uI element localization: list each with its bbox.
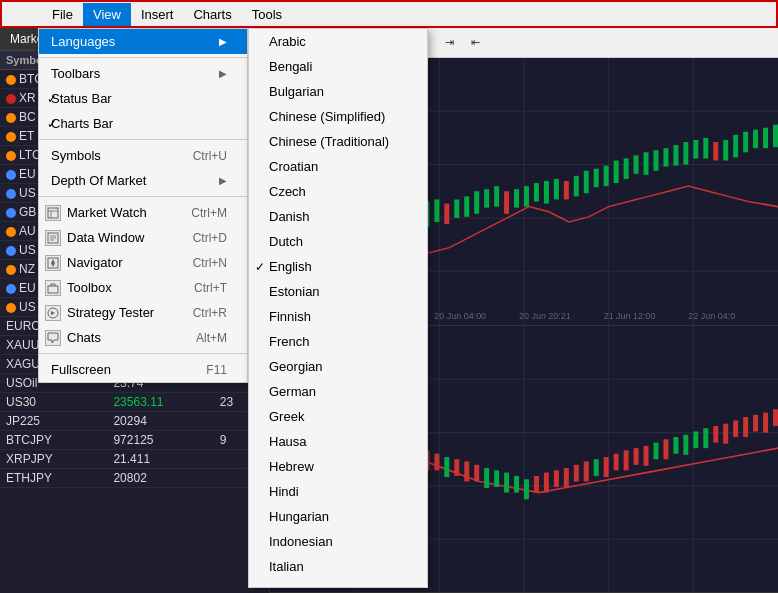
submenu-arrow: ▶ — [219, 36, 227, 47]
menu-file[interactable]: File — [42, 3, 83, 26]
market-symbol: US30 — [0, 393, 107, 412]
language-item[interactable]: Dutch — [249, 229, 427, 254]
menu-item-marketwatch[interactable]: Market Watch Ctrl+M — [39, 200, 247, 225]
market-table-row[interactable]: XRPJPY21.411 — [0, 450, 269, 469]
language-item[interactable]: Chinese (Simplified) — [249, 104, 427, 129]
language-item[interactable]: Indonesian — [249, 529, 427, 554]
menu-item-strategytester[interactable]: Strategy Tester Ctrl+R — [39, 300, 247, 325]
toolbar-btn-backward[interactable]: ⇤ — [463, 32, 487, 54]
svg-rect-36 — [434, 199, 439, 222]
separator-1 — [39, 57, 247, 58]
menu-item-fullscreen[interactable]: Fullscreen F11 — [39, 357, 247, 382]
language-item[interactable]: Chinese (Traditional) — [249, 129, 427, 154]
menu-item-chartsbar[interactable]: ✓ Charts Bar — [39, 111, 247, 136]
svg-rect-8 — [48, 286, 58, 293]
menu-item-depth[interactable]: Depth Of Market ▶ — [39, 168, 247, 193]
view-dropdown: Languages ▶ Toolbars ▶ ✓ Status Bar ✓ Ch… — [38, 28, 248, 383]
toolbox-shortcut: Ctrl+T — [194, 281, 227, 295]
svg-rect-108 — [504, 472, 509, 492]
menu-bar: File View Insert Charts Tools — [0, 0, 778, 28]
menu-charts[interactable]: Charts — [183, 3, 241, 26]
navigator-label: Navigator — [67, 255, 123, 270]
menu-insert[interactable]: Insert — [131, 3, 184, 26]
svg-rect-128 — [703, 428, 708, 448]
svg-rect-66 — [733, 135, 738, 158]
language-item[interactable]: Greek — [249, 404, 427, 429]
toolbars-label: Toolbars — [51, 66, 100, 81]
svg-rect-56 — [634, 155, 639, 173]
language-item[interactable]: Bengali — [249, 54, 427, 79]
menu-item-chats[interactable]: Chats Alt+M — [39, 325, 247, 350]
market-table-row[interactable]: BTCJPY9721259 — [0, 431, 269, 450]
language-item[interactable]: Bulgarian — [249, 79, 427, 104]
language-item[interactable]: French — [249, 329, 427, 354]
language-item[interactable]: Czech — [249, 179, 427, 204]
svg-rect-53 — [604, 166, 609, 187]
menu-item-navigator[interactable]: Navigator Ctrl+N — [39, 250, 247, 275]
svg-rect-104 — [464, 461, 469, 481]
language-item[interactable]: German — [249, 379, 427, 404]
toolbar-btn-forward[interactable]: ⇥ — [437, 32, 461, 54]
svg-text:22 Jun 04:0: 22 Jun 04:0 — [688, 311, 735, 321]
svg-rect-110 — [524, 479, 529, 499]
market-table-row[interactable]: US3023563.1123 — [0, 393, 269, 412]
menu-item-toolbars[interactable]: Toolbars ▶ — [39, 61, 247, 86]
datawindow-shortcut: Ctrl+D — [193, 231, 227, 245]
svg-rect-70 — [773, 125, 778, 148]
language-item[interactable]: Estonian — [249, 279, 427, 304]
svg-text:20 Jun 04:00: 20 Jun 04:00 — [434, 311, 486, 321]
market-symbol: JP225 — [0, 412, 107, 431]
language-item[interactable]: Finnish — [249, 304, 427, 329]
language-submenu: ArabicBengaliBulgarianChinese (Simplifie… — [248, 28, 428, 588]
svg-rect-40 — [474, 191, 479, 214]
menu-item-statusbar[interactable]: ✓ Status Bar — [39, 86, 247, 111]
menu-item-languages[interactable]: Languages ▶ — [39, 29, 247, 54]
language-item[interactable]: Georgian — [249, 354, 427, 379]
svg-rect-0 — [48, 208, 58, 218]
svg-rect-41 — [484, 189, 489, 207]
market-table-row[interactable]: ETHJPY20802 — [0, 469, 269, 488]
language-item[interactable]: Hausa — [249, 429, 427, 454]
svg-rect-118 — [604, 457, 609, 477]
svg-rect-115 — [574, 464, 579, 481]
svg-rect-52 — [594, 169, 599, 187]
language-item[interactable]: Arabic — [249, 29, 427, 54]
language-item[interactable]: Italian — [249, 554, 427, 579]
language-item[interactable]: Danish — [249, 204, 427, 229]
language-item[interactable]: Croatian — [249, 154, 427, 179]
language-item[interactable]: Japanese — [249, 579, 427, 588]
svg-rect-39 — [464, 196, 469, 217]
market-bid: 21.411 — [107, 450, 213, 469]
separator-3 — [39, 196, 247, 197]
check-chartsbar: ✓ — [47, 117, 57, 131]
chats-label: Chats — [67, 330, 101, 345]
svg-rect-44 — [514, 189, 519, 207]
menu-item-toolbox[interactable]: Toolbox Ctrl+T — [39, 275, 247, 300]
fullscreen-shortcut: F11 — [206, 363, 227, 377]
language-item[interactable]: Hebrew — [249, 454, 427, 479]
svg-rect-54 — [614, 161, 619, 184]
strategytester-icon — [45, 305, 61, 321]
separator-4 — [39, 353, 247, 354]
language-item[interactable]: Hungarian — [249, 504, 427, 529]
menu-view[interactable]: View — [83, 3, 131, 26]
menu-tools[interactable]: Tools — [242, 3, 292, 26]
language-item[interactable]: Hindi — [249, 479, 427, 504]
language-item[interactable]: English — [249, 254, 427, 279]
menu-item-symbols[interactable]: Symbols Ctrl+U — [39, 143, 247, 168]
datawindow-icon — [45, 230, 61, 246]
svg-rect-60 — [673, 145, 678, 166]
svg-rect-130 — [723, 423, 728, 443]
svg-rect-68 — [753, 130, 758, 148]
svg-rect-47 — [544, 181, 549, 204]
menu-item-datawindow[interactable]: Data Window Ctrl+D — [39, 225, 247, 250]
svg-rect-103 — [454, 459, 459, 476]
svg-rect-50 — [574, 176, 579, 197]
svg-rect-116 — [584, 461, 589, 481]
symbols-label: Symbols — [51, 148, 101, 163]
svg-rect-124 — [663, 439, 668, 459]
market-table-row[interactable]: JP22520294 — [0, 412, 269, 431]
fullscreen-label: Fullscreen — [51, 362, 111, 377]
svg-rect-101 — [434, 453, 439, 470]
svg-rect-121 — [634, 448, 639, 465]
